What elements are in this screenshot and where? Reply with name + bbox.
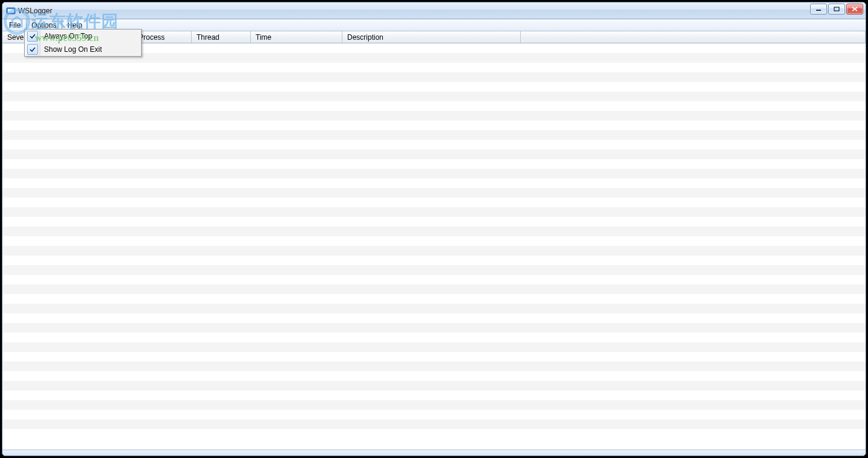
table-row[interactable] bbox=[2, 400, 866, 410]
menu-item-always-on-top[interactable]: Always On Top bbox=[25, 30, 141, 43]
app-icon bbox=[6, 6, 16, 16]
table-row[interactable] bbox=[2, 92, 866, 101]
table-row[interactable] bbox=[2, 362, 866, 371]
table-row[interactable] bbox=[2, 419, 866, 429]
svg-rect-2 bbox=[816, 10, 821, 11]
dropdown-item-label: Show Log On Exit bbox=[44, 45, 102, 54]
table-row[interactable] bbox=[2, 256, 866, 265]
table-row[interactable] bbox=[2, 188, 866, 198]
check-icon bbox=[27, 44, 38, 55]
table-row[interactable] bbox=[2, 410, 866, 419]
table-row[interactable] bbox=[2, 82, 866, 92]
table-row[interactable] bbox=[2, 294, 866, 304]
title-bar[interactable]: WSLogger bbox=[2, 2, 866, 19]
table-row[interactable] bbox=[2, 101, 866, 111]
table-row[interactable] bbox=[2, 198, 866, 207]
table-row[interactable] bbox=[2, 333, 866, 342]
table-row[interactable] bbox=[2, 313, 866, 323]
minimize-button[interactable] bbox=[810, 4, 827, 14]
options-dropdown: Always On Top Show Log On Exit bbox=[24, 29, 142, 57]
table-row[interactable] bbox=[2, 217, 866, 227]
table-row[interactable] bbox=[2, 246, 866, 256]
table-row[interactable] bbox=[2, 149, 866, 159]
menu-file[interactable]: File bbox=[4, 19, 26, 31]
maximize-button[interactable] bbox=[828, 4, 845, 14]
table-row[interactable] bbox=[2, 342, 866, 352]
menu-item-show-log-on-exit[interactable]: Show Log On Exit bbox=[25, 43, 141, 56]
table-row[interactable] bbox=[2, 275, 866, 284]
window-controls bbox=[810, 4, 863, 14]
dropdown-item-label: Always On Top bbox=[44, 32, 92, 40]
table-row[interactable] bbox=[2, 352, 866, 362]
check-icon bbox=[27, 31, 38, 42]
table-row[interactable] bbox=[2, 371, 866, 381]
table-row[interactable] bbox=[2, 227, 866, 236]
table-row[interactable] bbox=[2, 72, 866, 82]
table-row[interactable] bbox=[2, 159, 866, 169]
app-window: WSLogger File Options Help Severity Sour… bbox=[2, 2, 866, 456]
table-row[interactable] bbox=[2, 304, 866, 313]
table-row[interactable] bbox=[2, 265, 866, 275]
window-title: WSLogger bbox=[18, 7, 52, 15]
status-bar bbox=[2, 450, 866, 456]
table-row[interactable] bbox=[2, 236, 866, 246]
table-row[interactable] bbox=[2, 169, 866, 178]
svg-rect-1 bbox=[8, 9, 14, 13]
table-row[interactable] bbox=[2, 207, 866, 217]
table-row[interactable] bbox=[2, 391, 866, 400]
table-row[interactable] bbox=[2, 323, 866, 333]
col-process[interactable]: Process bbox=[134, 31, 192, 43]
table-row[interactable] bbox=[2, 140, 866, 149]
svg-rect-3 bbox=[834, 7, 839, 11]
col-time[interactable]: Time bbox=[251, 31, 342, 43]
table-row[interactable] bbox=[2, 178, 866, 188]
table-row[interactable] bbox=[2, 121, 866, 130]
col-description[interactable]: Description bbox=[342, 31, 521, 43]
table-row[interactable] bbox=[2, 284, 866, 294]
table-row[interactable] bbox=[2, 381, 866, 391]
col-thread[interactable]: Thread bbox=[192, 31, 251, 43]
table-row[interactable] bbox=[2, 63, 866, 72]
table-row[interactable] bbox=[2, 130, 866, 140]
col-remainder bbox=[521, 31, 866, 43]
close-button[interactable] bbox=[846, 4, 863, 14]
log-rows[interactable] bbox=[2, 43, 866, 450]
table-row[interactable] bbox=[2, 111, 866, 121]
